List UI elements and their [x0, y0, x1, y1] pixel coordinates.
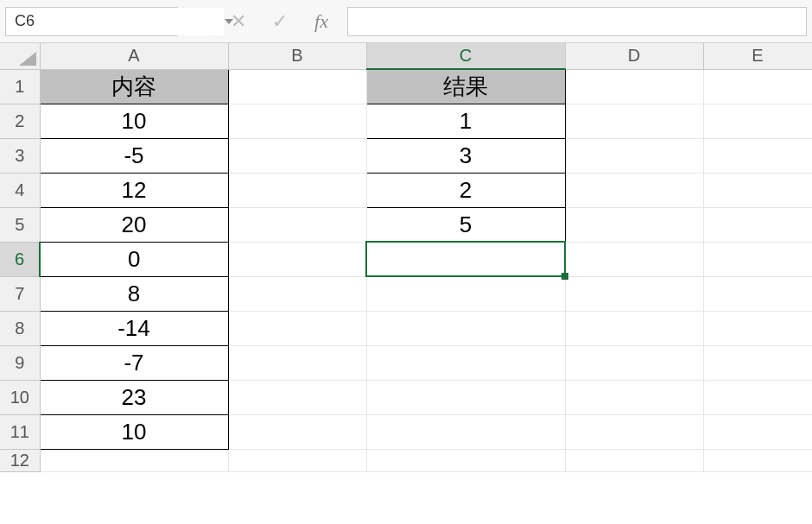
column-header-B[interactable]: B — [228, 43, 366, 69]
cell-A10[interactable]: 23 — [40, 380, 228, 414]
cell-B9[interactable] — [228, 345, 366, 380]
column-header-A[interactable]: A — [40, 43, 228, 69]
row-header-10[interactable]: 10 — [0, 380, 40, 414]
cell-A9[interactable]: -7 — [40, 345, 228, 380]
cell-D7[interactable] — [565, 276, 703, 311]
cell-C9[interactable] — [366, 345, 565, 380]
cell-B7[interactable] — [228, 276, 366, 311]
column-header-E[interactable]: E — [703, 43, 812, 69]
cell-E7[interactable] — [703, 276, 812, 311]
cell-D2[interactable] — [565, 104, 703, 138]
name-box-container — [5, 7, 178, 36]
cell-C10[interactable] — [366, 380, 565, 414]
cell-B5[interactable] — [228, 207, 366, 242]
cell-E3[interactable] — [703, 138, 812, 173]
cell-D5[interactable] — [565, 207, 703, 242]
cell-C6[interactable] — [366, 242, 565, 276]
row-header-7[interactable]: 7 — [0, 276, 40, 311]
name-box-dropdown[interactable] — [224, 8, 234, 35]
cell-D8[interactable] — [565, 311, 703, 345]
row-header-4[interactable]: 4 — [0, 173, 40, 207]
cell-C11[interactable] — [366, 414, 565, 449]
cell-A6[interactable]: 0 — [40, 242, 228, 276]
cell-D1[interactable] — [565, 69, 703, 104]
cell-B4[interactable] — [228, 173, 366, 207]
row-header-12[interactable]: 12 — [0, 449, 40, 471]
cell-D10[interactable] — [565, 380, 703, 414]
cell-C5[interactable]: 5 — [366, 207, 565, 242]
row-header-3[interactable]: 3 — [0, 138, 40, 173]
cell-E2[interactable] — [703, 104, 812, 138]
cell-A1[interactable]: 内容 — [40, 69, 228, 104]
row-header-11[interactable]: 11 — [0, 414, 40, 449]
name-box[interactable] — [6, 8, 224, 35]
formula-input-container — [347, 7, 807, 36]
cell-D6[interactable] — [565, 242, 703, 276]
cell-A8[interactable]: -14 — [40, 311, 228, 345]
cell-E6[interactable] — [703, 242, 812, 276]
row-header-9[interactable]: 9 — [0, 345, 40, 380]
cell-A12[interactable] — [40, 449, 228, 471]
cell-D9[interactable] — [565, 345, 703, 380]
formula-bar: ⋮ ✕ ✓ fx — [0, 0, 812, 43]
cell-A11[interactable]: 10 — [40, 414, 228, 449]
cell-E11[interactable] — [703, 414, 812, 449]
cell-C2[interactable]: 1 — [366, 104, 565, 138]
column-header-D[interactable]: D — [565, 43, 703, 69]
cell-D11[interactable] — [565, 414, 703, 449]
cell-A3[interactable]: -5 — [40, 138, 228, 173]
cell-B10[interactable] — [228, 380, 366, 414]
cell-B1[interactable] — [228, 69, 366, 104]
cell-E8[interactable] — [703, 311, 812, 345]
cell-C8[interactable] — [366, 311, 565, 345]
cell-A4[interactable]: 12 — [40, 173, 228, 207]
cell-B2[interactable] — [228, 104, 366, 138]
formula-input[interactable] — [348, 8, 806, 35]
cell-B8[interactable] — [228, 311, 366, 345]
cell-E10[interactable] — [703, 380, 812, 414]
cell-C7[interactable] — [366, 276, 565, 311]
cell-B6[interactable] — [228, 242, 366, 276]
cell-E12[interactable] — [703, 449, 812, 471]
cell-C3[interactable]: 3 — [366, 138, 565, 173]
cell-A2[interactable]: 10 — [40, 104, 228, 138]
cell-C1[interactable]: 结果 — [366, 69, 565, 104]
cell-A5[interactable]: 20 — [40, 207, 228, 242]
cell-C4[interactable]: 2 — [366, 173, 565, 207]
cell-D3[interactable] — [565, 138, 703, 173]
confirm-icon[interactable]: ✓ — [259, 7, 301, 36]
cell-E5[interactable] — [703, 207, 812, 242]
cell-B11[interactable] — [228, 414, 366, 449]
cell-E4[interactable] — [703, 173, 812, 207]
column-header-C[interactable]: C — [366, 43, 565, 69]
cell-A7[interactable]: 8 — [40, 276, 228, 311]
cell-E9[interactable] — [703, 345, 812, 380]
row-header-1[interactable]: 1 — [0, 69, 40, 104]
row-header-2[interactable]: 2 — [0, 104, 40, 138]
cell-B12[interactable] — [228, 449, 366, 471]
row-header-5[interactable]: 5 — [0, 207, 40, 242]
row-header-8[interactable]: 8 — [0, 311, 40, 345]
cell-C12[interactable] — [366, 449, 565, 471]
cell-B3[interactable] — [228, 138, 366, 173]
select-all-corner[interactable] — [0, 43, 40, 69]
spreadsheet-grid[interactable]: ABCDE1内容结果21013-534122520560788-149-7102… — [0, 43, 812, 524]
cell-D12[interactable] — [565, 449, 703, 471]
cell-D4[interactable] — [565, 173, 703, 207]
row-header-6[interactable]: 6 — [0, 242, 40, 276]
cell-E1[interactable] — [703, 69, 812, 104]
insert-function-button[interactable]: fx — [301, 7, 342, 36]
